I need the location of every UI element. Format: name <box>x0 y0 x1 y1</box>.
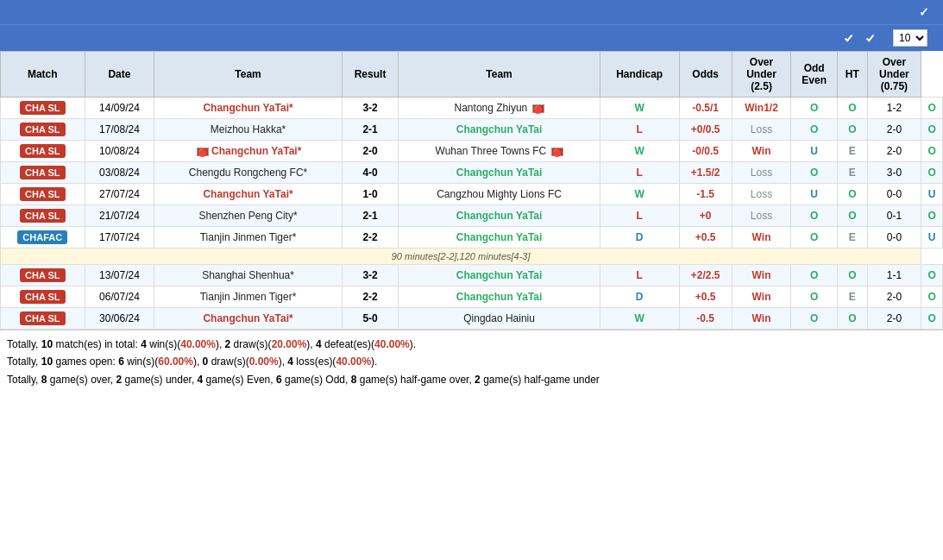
note-text: 90 minutes[2-2],120 minutes[4-3] <box>1 249 921 265</box>
win-result: L <box>600 119 679 141</box>
badge-label: CHA SL <box>20 209 66 223</box>
over-under-075: O <box>921 265 943 286</box>
handicap-value: +0.5 <box>679 286 732 308</box>
win-result: W <box>600 98 679 119</box>
table-row: CHA SL27/07/24Changchun YaTai*1-0Cangzho… <box>1 184 943 205</box>
half-time-score: 0-0 <box>867 184 921 205</box>
over-under-075: O <box>921 119 943 141</box>
half-time-score: 1-1 <box>867 265 921 286</box>
match-result: 2-1 <box>342 205 399 227</box>
half-time-score: 1-2 <box>867 98 921 119</box>
half-time-score: 0-1 <box>867 205 921 227</box>
over-under-075: O <box>921 162 943 184</box>
match-date: 13/07/24 <box>85 265 154 286</box>
chafac-checkbox[interactable] <box>843 33 854 44</box>
header-right: ✓ <box>919 5 934 19</box>
over-under-25: U <box>791 184 838 205</box>
match-result: 3-2 <box>342 265 399 286</box>
team1-name: Tianjin Jinmen Tiger* <box>154 286 342 308</box>
badge-label: CHA SL <box>20 290 66 304</box>
table-row: CHA SL03/08/24Chengdu Rongcheng FC*4-0Ch… <box>1 162 943 184</box>
handicap-value: +2/2.5 <box>679 265 732 286</box>
win-result: L <box>600 265 679 286</box>
over-under-075: O <box>921 98 943 119</box>
chasl-filter[interactable] <box>864 33 879 44</box>
match-result: 1-0 <box>342 184 399 205</box>
badge-label: CHA SL <box>20 187 66 201</box>
odds-value: Win <box>732 308 791 330</box>
chafac-filter[interactable] <box>843 33 858 44</box>
odds-value: Loss <box>732 119 791 141</box>
team2-name: Changchun YaTai <box>399 227 600 249</box>
team1-name: Meizhou Hakka* <box>154 119 342 141</box>
match-badge: CHA SL <box>1 162 85 184</box>
over-under-075: U <box>921 184 943 205</box>
chasl-checkbox[interactable] <box>864 33 876 44</box>
odds-value: Loss <box>732 184 791 205</box>
team2-name: Changchun YaTai <box>399 162 600 184</box>
half-time-score: 2-0 <box>867 286 921 308</box>
over-under-25: O <box>791 98 838 119</box>
badge-label: CHA SL <box>20 311 66 325</box>
odds-value: Win <box>732 286 791 308</box>
team2-name: Wuhan Three Towns FC 🔴 <box>399 141 600 162</box>
col-odds: Odds <box>679 52 732 98</box>
match-date: 10/08/24 <box>85 141 154 162</box>
table-row: CHAFAC17/07/24Tianjin Jinmen Tiger*2-2Ch… <box>1 227 943 249</box>
handicap-value: -0.5 <box>679 308 732 330</box>
col-match: Match <box>1 52 85 98</box>
match-badge: CHA SL <box>1 98 85 119</box>
match-badge: CHA SL <box>1 308 85 330</box>
table-row: CHA SL21/07/24Shenzhen Peng City*2-1Chan… <box>1 205 943 227</box>
half-time-score: 2-0 <box>867 119 921 141</box>
over-under-075: O <box>921 286 943 308</box>
flag-icon: 🔴 <box>532 104 544 113</box>
match-date: 30/06/24 <box>85 308 154 330</box>
match-result: 2-2 <box>342 286 399 308</box>
badge-label: CHA SL <box>20 268 66 282</box>
table-header-row: Match Date Team Result Team Handicap Odd… <box>1 52 943 98</box>
team1-name: Chengdu Rongcheng FC* <box>154 162 342 184</box>
odd-even: E <box>838 162 868 184</box>
match-badge: CHAFAC <box>1 227 85 249</box>
over-under-075: O <box>921 205 943 227</box>
table-row: CHA SL14/09/24Changchun YaTai*3-2Nantong… <box>1 98 943 119</box>
table-row: CHA SL06/07/24Tianjin Jinmen Tiger*2-2Ch… <box>1 286 943 308</box>
col-team2: Team <box>399 52 600 98</box>
match-date: 17/08/24 <box>85 119 154 141</box>
match-badge: CHA SL <box>1 141 85 162</box>
team2-name: Nantong Zhiyun 🔴 <box>399 98 600 119</box>
match-date: 14/09/24 <box>85 98 154 119</box>
win-result: W <box>600 308 679 330</box>
games-select[interactable]: 10 15 20 <box>893 29 927 47</box>
team2-name: Changchun YaTai <box>399 119 600 141</box>
over-under-075: O <box>921 308 943 330</box>
col-handicap: Handicap <box>600 52 679 98</box>
summary-line: Totally, 10 games open: 6 win(s)(60.00%)… <box>7 353 936 370</box>
badge-label: CHA SL <box>20 123 66 136</box>
table-row: CHA SL30/06/24Changchun YaTai*5-0Qingdao… <box>1 308 943 330</box>
filter-bar: 10 15 20 <box>0 24 943 51</box>
half-time-score: 3-0 <box>867 162 921 184</box>
odds-value: Win <box>732 227 791 249</box>
odd-even: O <box>838 98 868 119</box>
col-team1: Team <box>154 52 342 98</box>
half-time-score: 2-0 <box>867 141 921 162</box>
checkmark-icon: ✓ <box>919 5 929 19</box>
flag-icon: 🔴 <box>197 148 209 156</box>
badge-label: CHA SL <box>20 101 66 115</box>
win-result: W <box>600 184 679 205</box>
over-under-25: U <box>791 141 838 162</box>
match-result: 3-2 <box>342 98 399 119</box>
col-oe: OddEven <box>791 52 838 98</box>
match-result: 4-0 <box>342 162 399 184</box>
team2-name: Qingdao Hainiu <box>399 308 600 330</box>
match-badge: CHA SL <box>1 265 85 286</box>
odds-value: Loss <box>732 205 791 227</box>
odds-value: Win1/2 <box>732 98 791 119</box>
win-result: L <box>600 205 679 227</box>
over-under-075: O <box>921 141 943 162</box>
table-row: CHA SL13/07/24Shanghai Shenhua*3-2Changc… <box>1 265 943 286</box>
odd-even: E <box>838 286 868 308</box>
match-result: 2-0 <box>342 141 399 162</box>
